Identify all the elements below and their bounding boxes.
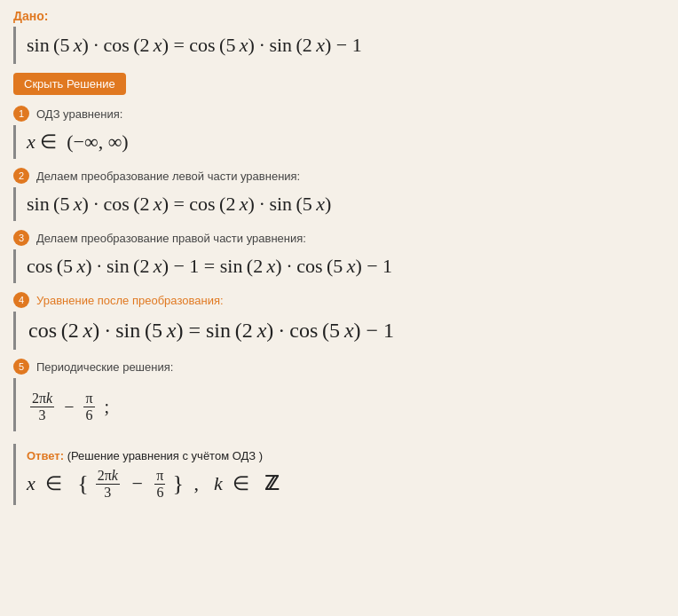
- given-block: sin (5 x) · cos (2 x) = cos (5 x) · sin …: [13, 27, 665, 64]
- answer-fraction-1: 2πk 3: [96, 468, 120, 500]
- hide-solution-button[interactable]: Скрыть Решение: [13, 73, 126, 95]
- step-2: 2 Делаем преобразование левой части урав…: [13, 168, 665, 221]
- step-1: 1 ОДЗ уравнения: x ∈ (−∞, ∞): [13, 106, 665, 159]
- step-formula-1: x ∈ (−∞, ∞): [13, 125, 665, 159]
- step-num-2: 2: [13, 168, 29, 184]
- step-formula-2: sin (5 x) · cos (2 x) = cos (2 x) · sin …: [13, 187, 665, 221]
- answer-section: Ответ: (Решение уравнения с учётом ОДЗ )…: [13, 444, 665, 505]
- periodic-fraction-2: π 6: [83, 391, 94, 423]
- answer-label: Ответ: (Решение уравнения с учётом ОДЗ ): [27, 449, 654, 462]
- step-title-2: Делаем преобразование левой части уравне…: [36, 170, 300, 183]
- answer-formula: x ∈ { 2πk 3 − π 6 } , k ∈ ℤ: [27, 468, 654, 500]
- step-title-1: ОДЗ уравнения:: [36, 107, 122, 121]
- step-title-5: Периодические решения:: [36, 360, 173, 374]
- step-title-4: Уравнение после преобразования:: [36, 294, 224, 307]
- step-3: 3 Делаем преобразование правой части ура…: [13, 230, 665, 283]
- step-num-5: 5: [13, 359, 29, 375]
- answer-fraction-2: π 6: [154, 468, 165, 500]
- step-num-3: 3: [13, 230, 29, 246]
- answer-note: (Решение уравнения с учётом ОДЗ ): [67, 449, 263, 462]
- step-num-4: 4: [13, 292, 29, 308]
- step-4: 4 Уравнение после преобразования: cos (2…: [13, 292, 665, 350]
- given-label: Дано:: [13, 9, 665, 23]
- periodic-fraction-1: 2πk 3: [30, 391, 54, 423]
- step-formula-5: 2πk 3 − π 6 ;: [13, 378, 665, 431]
- step-num-1: 1: [13, 106, 29, 122]
- step-title-3: Делаем преобразование правой части уравн…: [36, 232, 306, 245]
- step-formula-4: cos (2 x) · sin (5 x) = sin (2 x) · cos …: [13, 312, 665, 350]
- step-formula-3: cos (5 x) · sin (2 x) − 1 = sin (2 x) · …: [13, 249, 665, 283]
- step-5: 5 Периодические решения: 2πk 3 − π 6 ;: [13, 359, 665, 431]
